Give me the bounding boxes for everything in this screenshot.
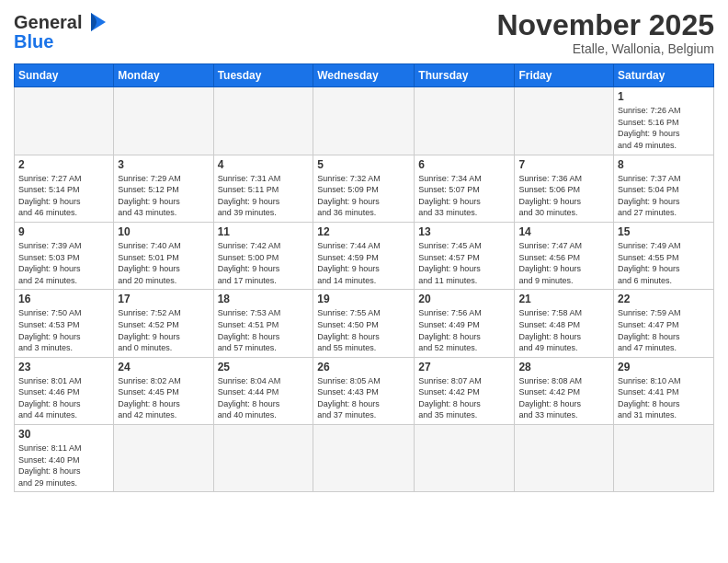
calendar-cell: 4Sunrise: 7:31 AM Sunset: 5:11 PM Daylig… [213,155,313,222]
day-info: Sunrise: 7:34 AM Sunset: 5:07 PM Dayligh… [418,173,510,219]
day-number: 6 [418,158,510,171]
day-info: Sunrise: 7:45 AM Sunset: 4:57 PM Dayligh… [418,240,510,286]
day-info: Sunrise: 7:27 AM Sunset: 5:14 PM Dayligh… [18,173,109,219]
day-number: 28 [518,361,609,373]
day-info: Sunrise: 7:31 AM Sunset: 5:11 PM Dayligh… [218,173,310,219]
day-number: 10 [118,225,209,238]
calendar-cell: 5Sunrise: 7:32 AM Sunset: 5:09 PM Daylig… [313,155,415,222]
calendar-cell: 2Sunrise: 7:27 AM Sunset: 5:14 PM Daylig… [15,155,114,222]
day-number: 16 [18,293,109,305]
day-number: 14 [518,225,609,238]
calendar-cell: 16Sunrise: 7:50 AM Sunset: 4:53 PM Dayli… [15,290,114,357]
calendar-cell: 20Sunrise: 7:56 AM Sunset: 4:49 PM Dayli… [415,290,515,357]
calendar-cell: 23Sunrise: 8:01 AM Sunset: 4:46 PM Dayli… [15,357,114,424]
calendar-cell: 11Sunrise: 7:42 AM Sunset: 5:00 PM Dayli… [213,222,313,289]
calendar-cell: 9Sunrise: 7:39 AM Sunset: 5:03 PM Daylig… [15,222,114,289]
day-info: Sunrise: 7:53 AM Sunset: 4:51 PM Dayligh… [218,307,310,353]
header-monday: Monday [114,64,213,87]
day-number: 7 [518,158,609,171]
calendar-cell: 12Sunrise: 7:44 AM Sunset: 4:59 PM Dayli… [313,222,415,289]
calendar-cell: 10Sunrise: 7:40 AM Sunset: 5:01 PM Dayli… [114,222,213,289]
day-number: 21 [518,293,609,305]
header-friday: Friday [515,64,614,87]
calendar-cell [515,87,614,155]
calendar-cell [114,87,213,155]
header-saturday: Saturday [614,64,714,87]
day-info: Sunrise: 7:37 AM Sunset: 5:04 PM Dayligh… [618,173,710,219]
calendar-cell: 6Sunrise: 7:34 AM Sunset: 5:07 PM Daylig… [415,155,515,222]
day-number: 15 [618,225,710,238]
day-info: Sunrise: 7:59 AM Sunset: 4:47 PM Dayligh… [618,307,710,353]
day-info: Sunrise: 7:55 AM Sunset: 4:50 PM Dayligh… [317,307,410,353]
calendar-cell: 21Sunrise: 7:58 AM Sunset: 4:48 PM Dayli… [515,290,614,357]
day-info: Sunrise: 8:04 AM Sunset: 4:44 PM Dayligh… [218,375,310,421]
calendar-cell: 25Sunrise: 8:04 AM Sunset: 4:44 PM Dayli… [213,357,313,424]
calendar-cell: 30Sunrise: 8:11 AM Sunset: 4:40 PM Dayli… [15,425,114,492]
day-info: Sunrise: 7:47 AM Sunset: 4:56 PM Dayligh… [518,240,609,286]
calendar-cell [114,425,213,492]
calendar-cell: 19Sunrise: 7:55 AM Sunset: 4:50 PM Dayli… [313,290,415,357]
day-number: 18 [218,293,310,305]
day-info: Sunrise: 7:26 AM Sunset: 5:16 PM Dayligh… [618,105,710,151]
day-number: 22 [618,293,710,305]
calendar-cell: 8Sunrise: 7:37 AM Sunset: 5:04 PM Daylig… [614,155,714,222]
day-number: 3 [118,158,209,171]
day-info: Sunrise: 7:58 AM Sunset: 4:48 PM Dayligh… [518,307,609,353]
logo-icon [84,9,109,35]
calendar-cell [614,425,714,492]
day-number: 9 [18,225,109,238]
day-info: Sunrise: 7:32 AM Sunset: 5:09 PM Dayligh… [317,173,410,219]
day-info: Sunrise: 8:01 AM Sunset: 4:46 PM Dayligh… [18,375,109,421]
day-info: Sunrise: 8:07 AM Sunset: 4:42 PM Dayligh… [418,375,510,421]
calendar-cell: 22Sunrise: 7:59 AM Sunset: 4:47 PM Dayli… [614,290,714,357]
day-number: 4 [218,158,310,171]
calendar-cell [415,87,515,155]
calendar-cell [213,425,313,492]
day-info: Sunrise: 8:08 AM Sunset: 4:42 PM Dayligh… [518,375,609,421]
day-number: 1 [618,90,710,103]
day-number: 29 [618,361,710,373]
calendar-cell: 15Sunrise: 7:49 AM Sunset: 4:55 PM Dayli… [614,222,714,289]
day-number: 27 [418,361,510,373]
header-sunday: Sunday [15,64,114,87]
logo-general: General [14,12,82,33]
header-tuesday: Tuesday [213,64,313,87]
calendar-cell [15,87,114,155]
page: General Blue November 2025 Etalle, Wallo… [0,0,728,563]
day-info: Sunrise: 8:11 AM Sunset: 4:40 PM Dayligh… [18,442,109,488]
logo-blue: Blue [14,31,53,52]
day-number: 30 [18,428,109,441]
header-wednesday: Wednesday [313,64,415,87]
day-info: Sunrise: 7:29 AM Sunset: 5:12 PM Dayligh… [118,173,209,219]
day-info: Sunrise: 7:40 AM Sunset: 5:01 PM Dayligh… [118,240,209,286]
header-thursday: Thursday [415,64,515,87]
calendar-table: Sunday Monday Tuesday Wednesday Thursday… [14,63,714,492]
day-info: Sunrise: 7:36 AM Sunset: 5:06 PM Dayligh… [518,173,609,219]
day-info: Sunrise: 7:50 AM Sunset: 4:53 PM Dayligh… [18,307,109,353]
calendar-cell: 27Sunrise: 8:07 AM Sunset: 4:42 PM Dayli… [415,357,515,424]
calendar-cell: 29Sunrise: 8:10 AM Sunset: 4:41 PM Dayli… [614,357,714,424]
day-info: Sunrise: 8:05 AM Sunset: 4:43 PM Dayligh… [317,375,410,421]
day-number: 11 [218,225,310,238]
day-number: 20 [418,293,510,305]
calendar-cell: 3Sunrise: 7:29 AM Sunset: 5:12 PM Daylig… [114,155,213,222]
calendar-cell: 13Sunrise: 7:45 AM Sunset: 4:57 PM Dayli… [415,222,515,289]
header: General Blue November 2025 Etalle, Wallo… [14,9,714,56]
title-block: November 2025 Etalle, Wallonia, Belgium [496,9,714,56]
day-number: 8 [618,158,710,171]
day-number: 25 [218,361,310,373]
calendar-cell: 28Sunrise: 8:08 AM Sunset: 4:42 PM Dayli… [515,357,614,424]
calendar-cell: 18Sunrise: 7:53 AM Sunset: 4:51 PM Dayli… [213,290,313,357]
calendar-cell: 7Sunrise: 7:36 AM Sunset: 5:06 PM Daylig… [515,155,614,222]
day-info: Sunrise: 7:49 AM Sunset: 4:55 PM Dayligh… [618,240,710,286]
calendar-cell: 17Sunrise: 7:52 AM Sunset: 4:52 PM Dayli… [114,290,213,357]
day-number: 26 [317,361,410,373]
day-info: Sunrise: 7:39 AM Sunset: 5:03 PM Dayligh… [18,240,109,286]
day-info: Sunrise: 7:42 AM Sunset: 5:00 PM Dayligh… [218,240,310,286]
day-number: 5 [317,158,410,171]
day-number: 12 [317,225,410,238]
calendar-cell: 14Sunrise: 7:47 AM Sunset: 4:56 PM Dayli… [515,222,614,289]
day-number: 23 [18,361,109,373]
calendar-cell [415,425,515,492]
calendar-cell [213,87,313,155]
